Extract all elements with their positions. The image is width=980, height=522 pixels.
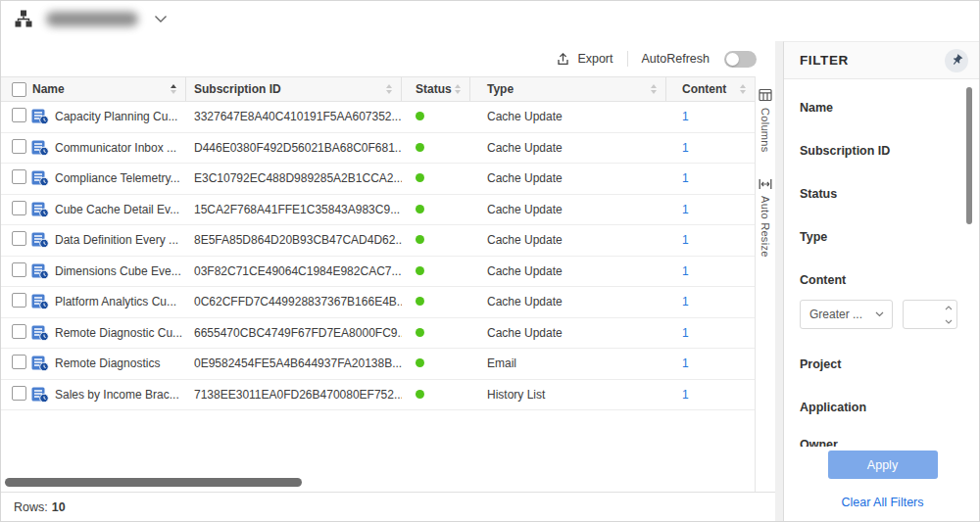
row-checkbox[interactable] [12,231,26,246]
filter-field[interactable]: Owner [800,437,964,447]
row-checkbox[interactable] [12,139,26,154]
column-header[interactable]: Type [470,77,666,101]
sort-icon[interactable] [455,84,461,94]
filter-field-label: Content [800,272,964,288]
row-checkbox[interactable] [12,108,26,122]
sort-icon[interactable] [386,84,392,94]
select-all-checkbox[interactable] [12,82,26,97]
status-indicator [416,297,424,306]
sort-icon[interactable] [740,84,746,94]
row-subscription-id: 6655470CBC4749F67FD7EA8000FC9... [186,326,402,340]
sort-icon[interactable] [171,84,176,94]
table-row[interactable]: Data Definition Every ... 8E5FA85D864D20… [0,225,755,257]
row-name-cell: Communicator Inbox ... [31,140,186,156]
row-checkbox[interactable] [12,324,26,339]
rows-label: Rows: [14,500,48,514]
columns-label[interactable]: Columns [760,108,771,153]
row-checkbox[interactable] [12,293,26,308]
filter-field-label: Application [800,400,964,415]
filter-header: FILTER [784,42,980,79]
status-indicator [416,143,424,152]
status-indicator [416,205,424,214]
content-value-input[interactable] [903,300,957,329]
filter-field[interactable]: Type [800,229,964,245]
filter-scrollbar[interactable] [966,87,972,224]
row-checkbox[interactable] [12,386,26,401]
table-side-tools: Columns Auto Resize [755,76,775,492]
row-name-cell: Sales by Income Brac... [31,387,186,403]
row-content-link[interactable]: 1 [682,171,689,185]
column-label: Type [487,82,514,96]
operator-select[interactable]: Greater ... [800,300,893,329]
filter-field[interactable]: Project [800,356,964,372]
columns-icon[interactable] [759,88,772,102]
table-row[interactable]: Dimensions Cube Eve... 03F82C71CE49064C1… [0,257,755,288]
step-up-button[interactable] [940,301,956,314]
sort-icon[interactable] [651,84,657,94]
status-indicator [416,328,424,337]
filter-field[interactable]: Name [800,100,964,116]
column-header[interactable]: Name [31,77,186,101]
row-content-cell: 1 [666,233,755,247]
row-content-cell: 1 [666,203,755,216]
app-header [14,9,168,28]
filter-field[interactable]: Subscription ID [800,143,964,159]
row-name: Dimensions Cube Eve... [55,264,181,278]
row-content-link[interactable]: 1 [682,295,689,308]
filter-field[interactable]: Application [800,400,964,415]
header-checkbox-cell [0,77,31,101]
filter-field[interactable]: Status [800,186,964,202]
horizontal-scrollbar[interactable] [5,478,302,487]
subscription-icon [31,263,49,279]
table-row[interactable]: Remote Diagnostics 0E9582454FE5A4B644937… [0,349,755,380]
auto-resize-icon[interactable] [759,178,772,190]
row-content-cell: 1 [666,141,755,155]
column-header[interactable]: Status [402,77,470,101]
toolbar-divider [627,51,628,67]
row-content-link[interactable]: 1 [682,264,689,278]
row-subscription-id: D446E0380F492D56021BA68C0F681... [186,141,402,155]
row-checkbox[interactable] [12,262,26,277]
row-content-link[interactable]: 1 [682,233,689,247]
table-body: Capacity Planning Cu... 3327647E8A40C410… [0,102,755,410]
row-name-cell: Cube Cache Detail Ev... [31,202,186,217]
column-header[interactable]: Subscription ID [186,77,402,101]
row-content-link[interactable]: 1 [682,388,689,402]
column-label: Name [32,82,65,96]
row-checkbox[interactable] [12,201,26,215]
row-content-link[interactable]: 1 [682,356,689,370]
subscription-icon [31,140,49,156]
row-content-link[interactable]: 1 [682,141,689,155]
column-label: Content [682,82,726,96]
clear-all-filters-link[interactable]: Clear All Filters [841,496,923,509]
column-header[interactable]: Content [666,77,755,101]
sort-desc-arrow [455,90,461,94]
apply-button[interactable]: Apply [828,451,938,479]
chevron-down-icon[interactable] [154,15,168,24]
table-row[interactable]: Compliance Telemetry... E3C10792EC488D98… [0,164,755,195]
row-type: Cache Update [470,326,666,340]
row-content-link[interactable]: 1 [682,203,689,216]
table-row[interactable]: Capacity Planning Cu... 3327647E8A40C410… [0,102,755,133]
row-content-link[interactable]: 1 [682,326,689,340]
table-row[interactable]: Cube Cache Detail Ev... 15CA2F768A41FFE1… [0,195,755,226]
step-down-button[interactable] [940,314,956,328]
export-button[interactable]: Export [556,52,612,67]
row-status-cell [402,110,470,123]
row-checkbox[interactable] [12,169,26,184]
column-label: Status [416,82,452,96]
row-status-cell [402,356,470,370]
table-row[interactable]: Platform Analytics Cu... 0C62CFFD7C44992… [0,287,755,318]
pin-button[interactable] [945,49,968,72]
auto-resize-label[interactable]: Auto Resize [760,196,771,258]
table-row[interactable]: Communicator Inbox ... D446E0380F492D560… [0,133,755,165]
row-checkbox[interactable] [12,355,26,369]
autorefresh-toggle[interactable] [724,51,757,68]
row-checkbox-cell [0,169,31,187]
table-footer: Rows: 10 [0,492,775,522]
row-content-link[interactable]: 1 [682,110,689,123]
row-subscription-id: 7138EE3011EA0FD26B470080EF752... [186,388,402,402]
table-row[interactable]: Remote Diagnostic Cu... 6655470CBC4749F6… [0,318,755,350]
table-row[interactable]: Sales by Income Brac... 7138EE3011EA0FD2… [0,380,755,411]
filter-field[interactable]: Content Greater ... [800,272,964,329]
